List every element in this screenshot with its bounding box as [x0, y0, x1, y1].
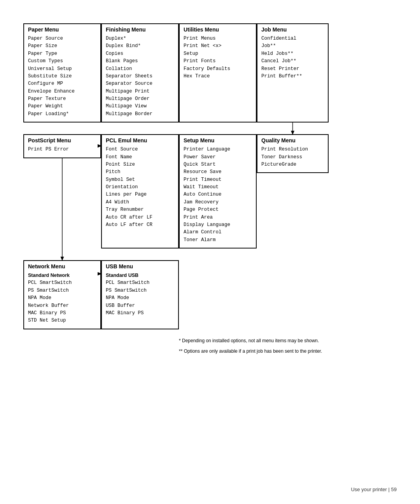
list-item: Standard USB [106, 272, 174, 279]
list-item: Confidential [261, 35, 324, 42]
list-item: Multipage Order [106, 95, 174, 103]
quality-menu-box: Quality Menu Print Resolution Toner Dark… [257, 134, 329, 173]
list-item: USB Buffer [106, 302, 174, 310]
list-item: Auto Continue [184, 191, 252, 198]
setup-menu-box: Setup Menu Printer Language Power Saver … [179, 134, 257, 248]
footer-text: Use your printer | 59 [351, 486, 397, 492]
job-menu-box: Job Menu Confidential Job** Held Jobs** … [257, 23, 329, 122]
list-item: Paper Source [28, 35, 96, 42]
list-item: Print Timeout [184, 176, 252, 184]
list-item: Point Size [106, 161, 174, 168]
list-item: NPA Mode [28, 294, 96, 302]
postscript-menu-box: PostScript Menu Print PS Error [23, 134, 101, 158]
list-item: Multipage Border [106, 110, 174, 118]
list-item: Paper Type [28, 50, 96, 58]
finishing-menu-box: Finishing Menu Duplex* Duplex Bind* Copi… [101, 23, 179, 122]
list-item: Collation [106, 65, 174, 73]
list-item: Hex Trace [184, 73, 252, 80]
pcl-emul-menu-title: PCL Emul Menu [106, 137, 174, 144]
list-item: MAC Binary PS [106, 310, 174, 317]
paper-menu-box: Paper Menu Paper Source Paper Size Paper… [23, 23, 101, 122]
pcl-emul-menu-box: PCL Emul Menu Font Source Font Name Poin… [101, 134, 179, 248]
list-item: Reset Printer [261, 65, 324, 73]
list-item: A4 Width [106, 199, 174, 206]
list-item: Setup [184, 50, 252, 58]
empty-col4 [257, 260, 329, 329]
list-item: Configure MP [28, 80, 96, 88]
list-item: Blank Pages [106, 58, 174, 65]
setup-menu-list: Printer Language Power Saver Quick Start… [184, 146, 252, 244]
quality-menu-list: Print Resolution Toner Darkness PictureG… [261, 146, 324, 168]
network-menu-box: Network Menu Standard Network PCL SmartS… [23, 260, 101, 329]
list-item: Symbol Set [106, 176, 174, 184]
empty-col3 [179, 260, 257, 329]
finishing-menu-list: Duplex* Duplex Bind* Copies Blank Pages … [106, 35, 174, 118]
utilities-menu-list: Print Menus Print Net <x> Setup Print Fo… [184, 35, 252, 80]
list-item: Font Name [106, 154, 174, 161]
list-item: Job** [261, 42, 324, 50]
network-menu-list: Standard Network PCL SmartSwitch PS Smar… [28, 272, 96, 325]
utilities-menu-title: Utilities Menu [184, 26, 252, 33]
finishing-menu-title: Finishing Menu [106, 26, 174, 33]
list-item: Quick Start [184, 161, 252, 168]
list-item: Print PS Error [28, 146, 96, 153]
list-item: Multipage View [106, 103, 174, 110]
list-item: Auto CR after LF [106, 214, 174, 221]
job-menu-title: Job Menu [261, 26, 324, 33]
list-item: Jam Recovery [184, 199, 252, 206]
postscript-menu-list: Print PS Error [28, 146, 96, 153]
list-item: Envelope Enhance [28, 88, 96, 95]
list-item: Held Jobs** [261, 50, 324, 58]
list-item: PCL SmartSwitch [106, 279, 174, 287]
list-item: Paper Size [28, 42, 96, 50]
list-item: Substitute Size [28, 73, 96, 80]
list-item: Print Net <x> [184, 42, 252, 50]
list-item: Toner Alarm [184, 236, 252, 244]
usb-menu-title: USB Menu [106, 263, 174, 270]
list-item: Wait Timeout [184, 184, 252, 191]
list-item: Duplex Bind* [106, 42, 174, 50]
list-item: Orientation [106, 184, 174, 191]
list-item: Page Protect [184, 206, 252, 214]
list-item: Font Source [106, 146, 174, 153]
usb-menu-box: USB Menu Standard USB PCL SmartSwitch PS… [101, 260, 179, 329]
list-item: Paper Loading* [28, 110, 96, 118]
page-footer: Use your printer | 59 [351, 486, 397, 492]
footnote-2: ** Options are only available if a print… [179, 348, 397, 355]
list-item: MAC Binary PS [28, 310, 96, 317]
quality-menu-title: Quality Menu [261, 137, 324, 144]
list-item: Cancel Job** [261, 58, 324, 65]
list-item: Print Buffer** [261, 73, 324, 80]
list-item: PS SmartSwitch [106, 287, 174, 294]
list-item: Tray Renumber [106, 206, 174, 214]
list-item: Paper Texture [28, 95, 96, 103]
list-item: Display Language [184, 221, 252, 229]
list-item: Separator Sheets [106, 73, 174, 80]
list-item: Network Buffer [28, 302, 96, 310]
list-item: PS SmartSwitch [28, 287, 96, 294]
list-item: Copies [106, 50, 174, 58]
list-item: Toner Darkness [261, 154, 324, 161]
list-item: Lines per Page [106, 191, 174, 198]
setup-menu-title: Setup Menu [184, 137, 252, 144]
list-item: NPA Mode [106, 294, 174, 302]
list-item: Print Resolution [261, 146, 324, 153]
paper-menu-list: Paper Source Paper Size Paper Type Custo… [28, 35, 96, 118]
list-item: Separator Source [106, 80, 174, 88]
job-menu-list: Confidential Job** Held Jobs** Cancel Jo… [261, 35, 324, 80]
list-item: Alarm Control [184, 229, 252, 236]
list-item: Print Area [184, 214, 252, 221]
footnote-1: * Depending on installed options, not al… [179, 337, 397, 345]
list-item: Resource Save [184, 168, 252, 176]
list-item: Custom Types [28, 58, 96, 65]
list-item: PictureGrade [261, 161, 324, 168]
list-item: Print Menus [184, 35, 252, 42]
list-item: Factory Defaults [184, 65, 252, 73]
pcl-emul-menu-list: Font Source Font Name Point Size Pitch S… [106, 146, 174, 229]
list-item: Printer Language [184, 146, 252, 153]
list-item: Print Fonts [184, 58, 252, 65]
footnotes: * Depending on installed options, not al… [179, 337, 397, 355]
usb-menu-list: Standard USB PCL SmartSwitch PS SmartSwi… [106, 272, 174, 317]
list-item: Power Saver [184, 154, 252, 161]
postscript-menu-title: PostScript Menu [28, 137, 96, 144]
